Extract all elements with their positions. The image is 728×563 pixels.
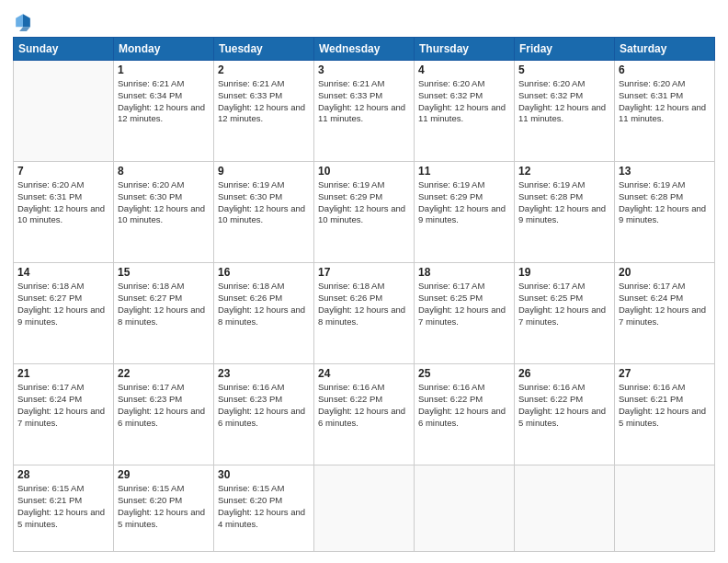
calendar-cell (515, 465, 615, 552)
calendar-cell: 26Sunrise: 6:16 AM Sunset: 6:22 PM Dayli… (515, 364, 615, 465)
day-info: Sunrise: 6:19 AM Sunset: 6:28 PM Dayligh… (619, 179, 711, 226)
day-number: 14 (17, 266, 109, 279)
day-info: Sunrise: 6:21 AM Sunset: 6:33 PM Dayligh… (218, 78, 310, 125)
day-number: 2 (218, 63, 310, 76)
day-number: 30 (218, 468, 310, 481)
calendar-cell: 8Sunrise: 6:20 AM Sunset: 6:30 PM Daylig… (114, 162, 214, 263)
day-info: Sunrise: 6:19 AM Sunset: 6:30 PM Dayligh… (218, 179, 310, 226)
day-number: 22 (118, 367, 210, 380)
day-info: Sunrise: 6:18 AM Sunset: 6:26 PM Dayligh… (318, 281, 410, 327)
calendar-cell: 5Sunrise: 6:20 AM Sunset: 6:32 PM Daylig… (515, 61, 615, 162)
day-number: 23 (218, 367, 310, 380)
day-number: 3 (318, 63, 410, 76)
calendar-header-row: SundayMondayTuesdayWednesdayThursdayFrid… (14, 38, 715, 61)
day-number: 11 (418, 165, 510, 178)
day-info: Sunrise: 6:20 AM Sunset: 6:30 PM Dayligh… (118, 179, 210, 226)
day-number: 16 (218, 266, 310, 279)
day-info: Sunrise: 6:21 AM Sunset: 6:34 PM Dayligh… (118, 78, 210, 125)
day-info: Sunrise: 6:18 AM Sunset: 6:27 PM Dayligh… (17, 281, 109, 327)
calendar-table: SundayMondayTuesdayWednesdayThursdayFrid… (13, 37, 715, 552)
calendar-cell: 1Sunrise: 6:21 AM Sunset: 6:34 PM Daylig… (114, 61, 214, 162)
calendar-cell: 12Sunrise: 6:19 AM Sunset: 6:28 PM Dayli… (515, 162, 615, 263)
calendar-cell: 16Sunrise: 6:18 AM Sunset: 6:26 PM Dayli… (214, 263, 314, 364)
calendar-cell: 10Sunrise: 6:19 AM Sunset: 6:29 PM Dayli… (314, 162, 415, 263)
day-of-week-header: Sunday (14, 38, 114, 61)
day-info: Sunrise: 6:18 AM Sunset: 6:26 PM Dayligh… (218, 281, 310, 327)
day-info: Sunrise: 6:19 AM Sunset: 6:28 PM Dayligh… (518, 179, 610, 226)
day-info: Sunrise: 6:19 AM Sunset: 6:29 PM Dayligh… (318, 179, 410, 226)
day-of-week-header: Friday (515, 38, 615, 61)
day-number: 13 (619, 165, 711, 178)
day-info: Sunrise: 6:17 AM Sunset: 6:25 PM Dayligh… (518, 281, 610, 327)
calendar-cell: 20Sunrise: 6:17 AM Sunset: 6:24 PM Dayli… (615, 263, 715, 364)
calendar-cell: 14Sunrise: 6:18 AM Sunset: 6:27 PM Dayli… (14, 263, 114, 364)
day-number: 21 (17, 367, 109, 380)
day-info: Sunrise: 6:17 AM Sunset: 6:23 PM Dayligh… (118, 382, 210, 429)
calendar-cell: 27Sunrise: 6:16 AM Sunset: 6:21 PM Dayli… (615, 364, 715, 465)
day-number: 27 (619, 367, 711, 380)
day-number: 15 (118, 266, 210, 279)
day-number: 24 (318, 367, 410, 380)
calendar-week-row: 28Sunrise: 6:15 AM Sunset: 6:21 PM Dayli… (14, 465, 715, 552)
day-info: Sunrise: 6:17 AM Sunset: 6:24 PM Dayligh… (619, 281, 711, 327)
calendar-cell: 24Sunrise: 6:16 AM Sunset: 6:22 PM Dayli… (314, 364, 415, 465)
calendar-cell (615, 465, 715, 552)
day-number: 9 (218, 165, 310, 178)
svg-marker-0 (23, 14, 30, 27)
calendar-week-row: 7Sunrise: 6:20 AM Sunset: 6:31 PM Daylig… (14, 162, 715, 263)
calendar-cell: 28Sunrise: 6:15 AM Sunset: 6:21 PM Dayli… (14, 465, 114, 552)
day-number: 29 (118, 468, 210, 481)
header (13, 11, 715, 31)
calendar-cell: 9Sunrise: 6:19 AM Sunset: 6:30 PM Daylig… (214, 162, 314, 263)
svg-marker-1 (16, 14, 23, 27)
day-info: Sunrise: 6:16 AM Sunset: 6:22 PM Dayligh… (518, 382, 610, 429)
day-info: Sunrise: 6:19 AM Sunset: 6:29 PM Dayligh… (418, 179, 510, 226)
day-info: Sunrise: 6:17 AM Sunset: 6:25 PM Dayligh… (418, 281, 510, 327)
day-of-week-header: Thursday (415, 38, 515, 61)
day-number: 26 (518, 367, 610, 380)
calendar-cell: 4Sunrise: 6:20 AM Sunset: 6:32 PM Daylig… (415, 61, 515, 162)
day-number: 7 (17, 165, 109, 178)
calendar-cell (314, 465, 415, 552)
day-of-week-header: Tuesday (214, 38, 314, 61)
calendar-cell: 3Sunrise: 6:21 AM Sunset: 6:33 PM Daylig… (314, 61, 415, 162)
svg-marker-2 (19, 27, 30, 31)
day-number: 10 (318, 165, 410, 178)
calendar-cell: 15Sunrise: 6:18 AM Sunset: 6:27 PM Dayli… (114, 263, 214, 364)
day-number: 19 (518, 266, 610, 279)
logo (13, 11, 35, 31)
calendar-cell: 21Sunrise: 6:17 AM Sunset: 6:24 PM Dayli… (14, 364, 114, 465)
day-info: Sunrise: 6:17 AM Sunset: 6:24 PM Dayligh… (17, 382, 109, 429)
day-info: Sunrise: 6:18 AM Sunset: 6:27 PM Dayligh… (118, 281, 210, 327)
calendar-cell (14, 61, 114, 162)
calendar-cell: 30Sunrise: 6:15 AM Sunset: 6:20 PM Dayli… (214, 465, 314, 552)
day-info: Sunrise: 6:20 AM Sunset: 6:32 PM Dayligh… (418, 78, 510, 125)
day-number: 8 (118, 165, 210, 178)
day-info: Sunrise: 6:15 AM Sunset: 6:20 PM Dayligh… (118, 483, 210, 530)
calendar-cell: 18Sunrise: 6:17 AM Sunset: 6:25 PM Dayli… (415, 263, 515, 364)
day-of-week-header: Saturday (615, 38, 715, 61)
day-info: Sunrise: 6:15 AM Sunset: 6:20 PM Dayligh… (218, 483, 310, 530)
day-number: 12 (518, 165, 610, 178)
calendar-week-row: 1Sunrise: 6:21 AM Sunset: 6:34 PM Daylig… (14, 61, 715, 162)
day-number: 5 (518, 63, 610, 76)
day-number: 4 (418, 63, 510, 76)
day-of-week-header: Wednesday (314, 38, 415, 61)
calendar-cell: 23Sunrise: 6:16 AM Sunset: 6:23 PM Dayli… (214, 364, 314, 465)
day-number: 20 (619, 266, 711, 279)
day-number: 28 (17, 468, 109, 481)
day-info: Sunrise: 6:16 AM Sunset: 6:22 PM Dayligh… (418, 382, 510, 429)
calendar-cell: 7Sunrise: 6:20 AM Sunset: 6:31 PM Daylig… (14, 162, 114, 263)
calendar-cell: 29Sunrise: 6:15 AM Sunset: 6:20 PM Dayli… (114, 465, 214, 552)
day-number: 6 (619, 63, 711, 76)
day-info: Sunrise: 6:20 AM Sunset: 6:32 PM Dayligh… (518, 78, 610, 125)
day-number: 18 (418, 266, 510, 279)
day-number: 17 (318, 266, 410, 279)
day-info: Sunrise: 6:21 AM Sunset: 6:33 PM Dayligh… (318, 78, 410, 125)
logo-icon (13, 11, 33, 31)
calendar-cell: 25Sunrise: 6:16 AM Sunset: 6:22 PM Dayli… (415, 364, 515, 465)
calendar-cell: 6Sunrise: 6:20 AM Sunset: 6:31 PM Daylig… (615, 61, 715, 162)
day-info: Sunrise: 6:16 AM Sunset: 6:21 PM Dayligh… (619, 382, 711, 429)
calendar-cell: 22Sunrise: 6:17 AM Sunset: 6:23 PM Dayli… (114, 364, 214, 465)
day-info: Sunrise: 6:16 AM Sunset: 6:22 PM Dayligh… (318, 382, 410, 429)
